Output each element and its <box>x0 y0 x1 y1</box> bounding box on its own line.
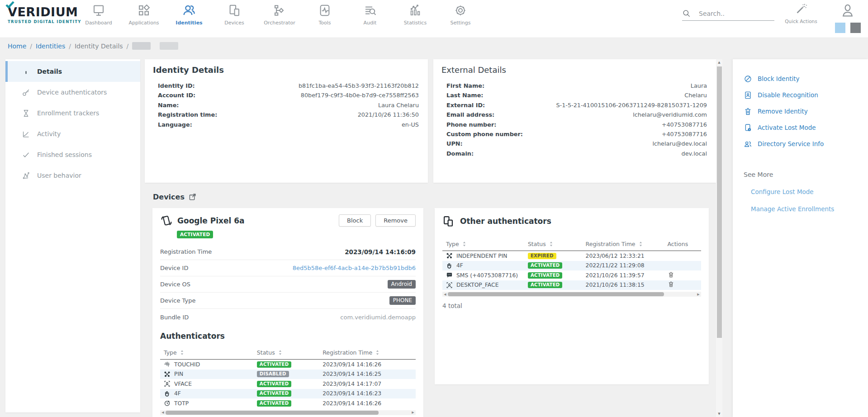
other-auth-row-4f: 4F ACTIVATED 2022/11/22 11:29:08 <box>442 261 701 271</box>
nav-item-applications[interactable]: Applications <box>121 3 166 26</box>
dashboard-icon <box>76 3 121 18</box>
nav-item-settings[interactable]: Settings <box>438 3 483 26</box>
trash-icon <box>668 271 674 278</box>
column-header-registration-time[interactable]: Registration Time <box>323 349 416 356</box>
authenticator-row-4f: 4F ACTIVATED 2023/09/14 14:16:23 <box>160 389 416 399</box>
pin-pattern-icon <box>446 252 453 259</box>
quick-actions-button[interactable]: Quick Actions <box>782 3 821 24</box>
sms-bubble-icon <box>446 272 453 279</box>
details-sidebar: Details Device authenticators Enrollment… <box>5 59 140 412</box>
column-header-type[interactable]: Type <box>442 241 528 247</box>
sort-icon <box>180 350 184 355</box>
info-icon <box>22 67 30 76</box>
device-os-badge: Android <box>388 280 416 289</box>
other-authenticators-card: Other authenticators Type Status Registr… <box>435 208 709 384</box>
sort-icon <box>376 350 379 355</box>
scroll-right-arrow[interactable]: ▶ <box>410 411 416 414</box>
total-count: 4 total <box>442 302 701 309</box>
scrollbar-thumb[interactable] <box>717 66 722 338</box>
action-block-identity[interactable]: Block Identity <box>744 71 859 87</box>
device-row-registration-time: Registration Time 2023/09/14 14:16:09 <box>160 244 416 260</box>
scroll-down-arrow[interactable]: ▼ <box>716 412 722 416</box>
breadcrumb-home[interactable]: Home <box>8 43 26 50</box>
nav-item-dashboard[interactable]: Dashboard <box>76 3 121 26</box>
nav-item-identities[interactable]: Identities <box>166 3 212 26</box>
rotating-phone-icon <box>160 214 173 227</box>
global-search <box>682 9 774 21</box>
device-card-google-pixel-6a: Google Pixel 6a Block Remove ACTIVATED R… <box>152 208 423 417</box>
column-header-registration-time[interactable]: Registration Time <box>586 241 668 247</box>
link-configure-lost-mode[interactable]: Configure Lost Mode <box>751 188 859 195</box>
scroll-up-arrow[interactable]: ▲ <box>716 61 722 64</box>
device-row-bundle-id: Bundle ID com.veridiumid.demoapp <box>160 309 416 325</box>
action-activate-lost-mode[interactable]: Activate Lost Mode <box>744 119 859 136</box>
scrollbar-thumb[interactable] <box>166 411 379 415</box>
hand-icon <box>446 262 453 269</box>
user-profile-icon <box>840 3 856 19</box>
column-header-type[interactable]: Type <box>160 349 257 356</box>
breadcrumb-identities[interactable]: Identities <box>36 43 65 50</box>
status-badge: DISABLED <box>257 371 289 377</box>
sidebar-item-user-behavior[interactable]: User behavior <box>5 165 140 186</box>
authenticator-row-totp: TOTP ACTIVATED 2023/09/14 14:16:26 <box>160 398 416 408</box>
link-manage-active-enrollments[interactable]: Manage Active Enrollments <box>751 205 859 213</box>
authenticators-heading: Authenticators <box>160 332 416 341</box>
status-badge: ACTIVATED <box>257 381 292 387</box>
field-account-id: Account ID: 80bef179-c9f3-4b0e-b7d9-ce75… <box>158 92 419 101</box>
nav-item-statistics[interactable]: Statistics <box>393 3 438 26</box>
nav-item-devices[interactable]: Devices <box>212 3 257 26</box>
sidebar-item-activity[interactable]: Activity <box>5 123 140 144</box>
trash-icon <box>668 281 674 288</box>
device-authenticators-table: Type Status Registration Time TOUCHID AC… <box>160 346 416 408</box>
other-auth-row-desktop-face: DESKTOP_FACE ACTIVATED 2021/10/26 11:38:… <box>442 280 701 290</box>
key-icon <box>22 88 30 97</box>
external-details-card: External Details First Name: Laura Last … <box>433 59 716 183</box>
delete-authenticator-button[interactable] <box>668 281 674 289</box>
nav-item-audit[interactable]: Audit <box>347 3 393 26</box>
face-scan-icon <box>446 282 453 289</box>
scroll-left-arrow[interactable]: ◀ <box>160 411 166 414</box>
device-id-link[interactable]: 8ed5b58e-ef6f-4acb-a14e-2b7b5b91bdb6 <box>293 265 416 271</box>
sidebar-item-finished-sessions[interactable]: Finished sessions <box>5 144 140 165</box>
horizontal-scrollbar[interactable]: ◀ ▶ <box>160 410 416 415</box>
authenticator-row-vface: VFACE ACTIVATED 2023/09/14 14:17:07 <box>160 379 416 389</box>
column-header-status[interactable]: Status <box>257 349 323 356</box>
authenticator-row-touchid: TOUCHID ACTIVATED 2023/09/14 14:16:26 <box>160 360 416 370</box>
profile-menu[interactable] <box>834 3 862 33</box>
external-details-title: External Details <box>441 65 707 75</box>
horizontal-scrollbar[interactable]: ◀ ▶ <box>442 292 701 297</box>
column-header-status[interactable]: Status <box>528 241 586 247</box>
sort-icon <box>639 242 642 246</box>
scrollbar-thumb[interactable] <box>448 292 664 296</box>
identity-details-title: Identity Details <box>153 65 419 75</box>
field-domain: Domain: dev.local <box>446 150 707 160</box>
vertical-scrollbar[interactable]: ▲ ▼ <box>716 59 722 417</box>
pin-pattern-icon <box>164 371 171 378</box>
delete-authenticator-button[interactable] <box>668 271 674 280</box>
field-custom-phone: Custom phone number: +40753087716 <box>446 131 707 140</box>
device-type-badge: PHONE <box>389 296 416 305</box>
sidebar-item-device-authenticators[interactable]: Device authenticators <box>5 82 140 103</box>
nav-item-tools[interactable]: Tools <box>302 3 347 26</box>
block-device-button[interactable]: Block <box>339 214 371 227</box>
status-badge: ACTIVATED <box>257 390 292 397</box>
identity-details-card: Identity Details Identity ID: b81fc1ba-e… <box>145 59 428 183</box>
sort-icon <box>463 242 466 246</box>
nav-item-orchestrator[interactable]: Orchestrator <box>257 3 302 26</box>
device-row-device-os: Device OS Android <box>160 276 416 293</box>
action-remove-identity[interactable]: Remove Identity <box>744 103 859 119</box>
remove-device-button[interactable]: Remove <box>375 214 416 227</box>
see-more-heading: See More <box>744 171 859 178</box>
veridium-logo[interactable]: VERIDIUM TRUSTED DIGITAL IDENTITY <box>8 5 81 24</box>
id-card-icon <box>744 91 752 100</box>
sidebar-item-details[interactable]: Details <box>5 61 140 82</box>
action-disable-recognition[interactable]: Disable Recognition <box>744 87 859 103</box>
external-link-icon[interactable] <box>189 193 196 201</box>
scroll-right-arrow[interactable]: ▶ <box>696 293 701 296</box>
sidebar-item-enrollment-trackers[interactable]: Enrollment trackers <box>5 103 140 123</box>
logo-check-icon <box>5 1 15 9</box>
search-input[interactable] <box>699 10 767 17</box>
action-directory-service-info[interactable]: Directory Service Info <box>744 136 859 152</box>
statistics-icon <box>393 3 438 18</box>
scroll-left-arrow[interactable]: ◀ <box>442 293 448 296</box>
